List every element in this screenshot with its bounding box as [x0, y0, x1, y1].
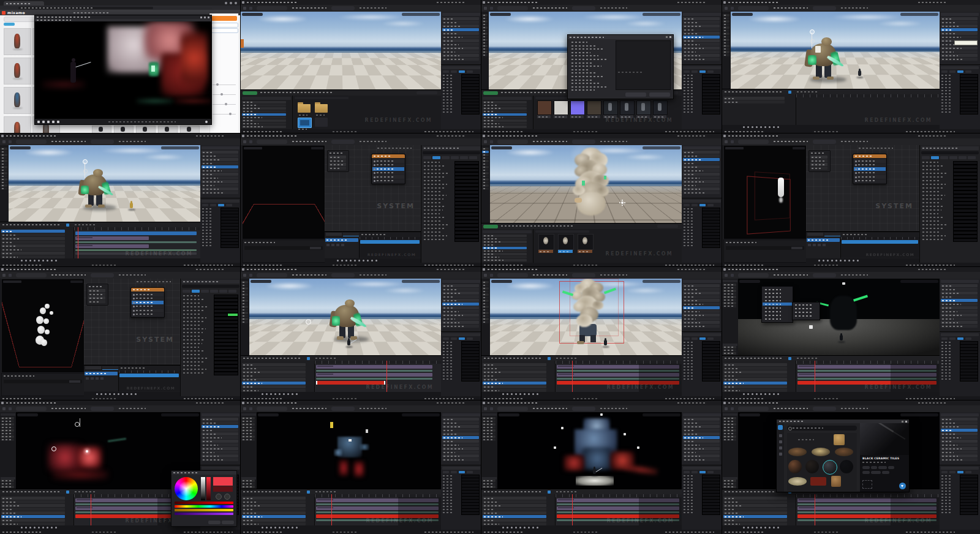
details-tab[interactable]	[201, 290, 209, 293]
tree-row[interactable]	[723, 378, 787, 381]
parameters-box[interactable]	[809, 150, 831, 172]
tree-row[interactable]	[482, 284, 489, 287]
niagara-viewport[interactable]	[1, 279, 85, 373]
tree-row[interactable]	[442, 17, 479, 20]
rail-icon[interactable]	[779, 440, 782, 443]
transport-button[interactable]	[266, 527, 268, 528]
transport-button[interactable]	[823, 260, 824, 261]
outliner-search-input[interactable]	[941, 13, 979, 16]
transport-button[interactable]	[270, 527, 272, 528]
tree-row[interactable]	[1, 255, 65, 258]
tree-row[interactable]	[941, 303, 978, 306]
asset-thumbnail[interactable]	[587, 100, 601, 115]
save-icon[interactable]	[725, 274, 728, 277]
transport-button[interactable]	[51, 260, 53, 261]
tree-row[interactable]	[723, 346, 736, 348]
tree-row[interactable]	[683, 173, 720, 176]
module-row[interactable]	[854, 159, 886, 163]
slider-track[interactable]	[213, 104, 236, 105]
tree-row[interactable]	[1, 160, 7, 162]
tree-row[interactable]	[683, 184, 720, 187]
details-tab[interactable]	[965, 337, 971, 340]
tree-search-input[interactable]	[242, 97, 291, 100]
transport-button[interactable]	[752, 126, 753, 128]
timeline-tab[interactable]	[807, 233, 823, 236]
character-thumbnail[interactable]	[4, 28, 31, 55]
folder-icon[interactable]	[298, 104, 311, 113]
play-controls[interactable]	[813, 407, 836, 411]
tree-row[interactable]	[1, 169, 7, 171]
details-tab[interactable]	[460, 156, 468, 159]
transport-button[interactable]	[337, 260, 339, 261]
save-icon[interactable]	[725, 407, 728, 410]
cancel-button[interactable]	[649, 92, 670, 97]
place-actors-menu[interactable]	[761, 286, 793, 323]
tree-row[interactable]	[442, 32, 479, 35]
details-tab[interactable]	[459, 471, 465, 473]
asset-thumb-sphere[interactable]	[805, 460, 819, 473]
tree-row[interactable]	[723, 97, 785, 100]
transport-button[interactable]	[42, 260, 44, 261]
tree-row[interactable]	[442, 47, 479, 50]
tree-row[interactable]	[723, 426, 736, 429]
tree-row[interactable]	[442, 299, 479, 302]
slider-track[interactable]	[213, 114, 236, 115]
tree-row[interactable]	[483, 367, 546, 370]
channel-slider[interactable]	[175, 509, 233, 511]
viewport-show-flags[interactable]	[900, 13, 938, 16]
slider-handle[interactable]	[229, 113, 232, 115]
details-tab[interactable]	[451, 156, 459, 159]
tree-row[interactable]	[941, 454, 978, 457]
viewport-options-menu[interactable]	[490, 13, 511, 16]
tree-row[interactable]	[482, 36, 488, 38]
timeline-ruler[interactable]	[796, 94, 940, 97]
details-tab[interactable]	[467, 471, 473, 473]
tree-row[interactable]	[442, 447, 479, 450]
details-tab[interactable]	[699, 70, 706, 73]
tree-row[interactable]	[723, 51, 729, 53]
tree-row[interactable]	[329, 159, 346, 162]
selection-mode-select[interactable]	[497, 273, 528, 277]
tree-row[interactable]	[723, 14, 729, 17]
browse-icon[interactable]	[249, 407, 252, 410]
transport-button[interactable]	[292, 393, 293, 395]
tree-row[interactable]	[202, 454, 238, 457]
tree-row[interactable]	[683, 421, 720, 424]
tree-row[interactable]	[482, 26, 488, 29]
save-icon[interactable]	[725, 140, 728, 143]
tree-row[interactable]	[683, 28, 720, 31]
tree-row[interactable]	[1, 429, 14, 432]
details-tab[interactable]	[707, 70, 714, 73]
import-button[interactable]	[625, 92, 646, 97]
details-tab[interactable]	[692, 337, 698, 340]
viewport-show-flags[interactable]	[643, 280, 680, 283]
transport-button[interactable]	[507, 527, 508, 528]
track-area[interactable]	[796, 94, 940, 125]
transport-button[interactable]	[760, 393, 762, 395]
tree-row[interactable]	[482, 426, 496, 429]
tree-row[interactable]	[683, 325, 720, 328]
transport-button[interactable]	[769, 126, 771, 128]
transport-button[interactable]	[283, 393, 285, 395]
outliner-search-input[interactable]	[442, 13, 480, 16]
tree-row[interactable]	[1, 479, 14, 482]
tree-row[interactable]	[941, 291, 978, 295]
selection-mode-select[interactable]	[738, 273, 769, 277]
tree-row[interactable]	[683, 58, 720, 61]
tree-row[interactable]	[241, 299, 248, 302]
tree-row[interactable]	[941, 295, 978, 298]
playhead[interactable]	[91, 494, 91, 525]
playback-button[interactable]	[52, 121, 55, 123]
viewport-options-menu[interactable]	[491, 280, 512, 283]
tree-row[interactable]	[482, 435, 496, 438]
browse-icon[interactable]	[490, 407, 493, 410]
autokey-toggle[interactable]	[66, 491, 69, 494]
add-button[interactable]	[243, 91, 257, 95]
asset-thumbnail[interactable]	[554, 100, 568, 115]
parameters-box[interactable]	[327, 150, 349, 172]
window-control[interactable]	[204, 17, 206, 18]
tree-row[interactable]	[442, 50, 479, 53]
tree-row[interactable]	[482, 438, 496, 441]
browse-icon[interactable]	[731, 274, 734, 277]
tree-row[interactable]	[941, 284, 978, 287]
